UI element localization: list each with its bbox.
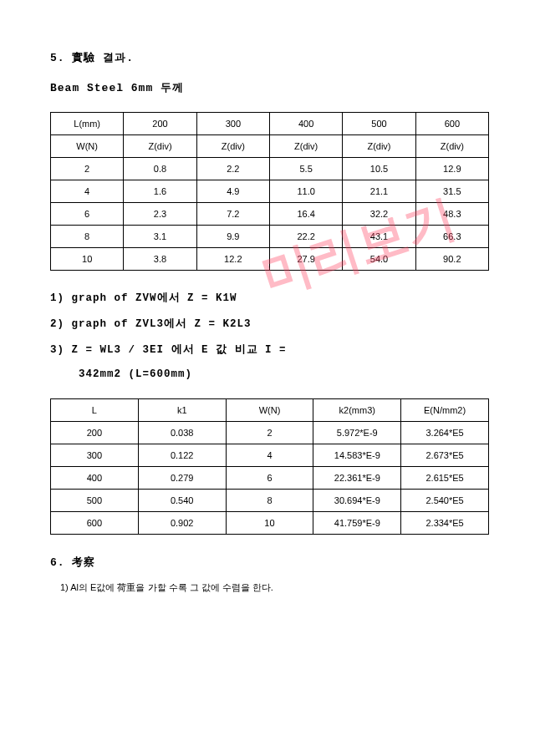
cell: 48.3 [415,203,488,226]
cell: 21.1 [343,180,415,203]
table-row: 62.37.216.432.248.3 [51,203,489,226]
cell: 500 [343,113,415,135]
cell: 300 [196,113,269,135]
table-beam-deflection: L(mm) 200 300 400 500 600 W(N) Z(div) Z(… [50,112,489,271]
table-modulus: L k1 W(N) k2(mm3) E(N/mm2) 2000.03825.97… [50,398,489,535]
table-row: 83.19.922.243.166.3 [51,226,489,248]
cell: 600 [51,512,139,535]
cell: 10 [51,248,124,271]
cell: 5.972*E-9 [313,422,401,444]
cell: 2.673*E5 [401,444,489,467]
list-item-2: 2) graph of ZVL3에서 Z = K2L3 [50,317,489,331]
cell: k2(mm3) [313,399,401,422]
cell: 2.615*E5 [401,467,489,490]
cell: 4 [226,444,313,467]
cell: 31.5 [415,180,488,203]
cell: 6 [226,467,313,490]
cell: W(N) [51,135,124,158]
table-row: 4000.279622.361*E-92.615*E5 [51,467,489,490]
table-row: 5000.540830.694*E-92.540*E5 [51,490,489,512]
cell: 4 [51,180,124,203]
list-item-3: 3) Z = WL3 / 3EI 에서 E 값 비교 I = [50,342,489,357]
table-header-row: W(N) Z(div) Z(div) Z(div) Z(div) Z(div) [51,135,489,158]
cell: 500 [51,490,139,512]
cell: 8 [226,490,313,512]
cell: Z(div) [343,135,415,158]
cell: 2.334*E5 [401,512,489,535]
cell: 43.1 [343,226,415,248]
table-row: 103.812.227.954.090.2 [51,248,489,271]
cell: 400 [51,467,139,490]
table-row: 20.82.25.510.512.9 [51,158,489,180]
cell: 7.2 [196,203,269,226]
beam-subtitle: Beam Steel 6mm 두께 [50,80,489,95]
section-6-title: 6. 考察 [50,555,489,570]
cell: E(N/mm2) [401,399,489,422]
cell: 16.4 [269,203,342,226]
cell: 0.038 [138,422,226,444]
cell: 41.759*E-9 [313,512,401,535]
cell: 10 [226,512,313,535]
cell: 2.2 [196,158,269,180]
list-item-1: 1) graph of ZVW에서 Z = K1W [50,291,489,305]
cell: Z(div) [269,135,342,158]
cell: 9.9 [196,226,269,248]
cell: 400 [269,113,342,135]
cell: 2.540*E5 [401,490,489,512]
table-header-row: L k1 W(N) k2(mm3) E(N/mm2) [51,399,489,422]
cell: 90.2 [415,248,488,271]
table-row: 41.64.911.021.131.5 [51,180,489,203]
cell: 27.9 [269,248,342,271]
cell: Z(div) [196,135,269,158]
table-header-row: L(mm) 200 300 400 500 600 [51,113,489,135]
cell: 3.8 [124,248,196,271]
cell: 0.122 [138,444,226,467]
cell: 66.3 [415,226,488,248]
cell: 22.2 [269,226,342,248]
table-row: 3000.122414.583*E-92.673*E5 [51,444,489,467]
cell: W(N) [226,399,313,422]
cell: 22.361*E-9 [313,467,401,490]
cell: 0.279 [138,467,226,490]
note-1: 1) Al의 E값에 荷重을 가할 수록 그 값에 수렴을 한다. [60,581,489,594]
cell: 4.9 [196,180,269,203]
cell: 300 [51,444,139,467]
cell: 12.9 [415,158,488,180]
cell: 11.0 [269,180,342,203]
cell: 1.6 [124,180,196,203]
cell: 200 [124,113,196,135]
cell: L(mm) [51,113,124,135]
section-5-title: 5. 實驗 결과. [50,50,489,65]
cell: 10.5 [343,158,415,180]
cell: 5.5 [269,158,342,180]
cell: 2.3 [124,203,196,226]
cell: 0.540 [138,490,226,512]
cell: 32.2 [343,203,415,226]
cell: 8 [51,226,124,248]
table-row: 6000.9021041.759*E-92.334*E5 [51,512,489,535]
table-row: 2000.03825.972*E-93.264*E5 [51,422,489,444]
list-item-3b: 342mm2 (L=600mm) [79,368,489,380]
cell: 200 [51,422,139,444]
cell: 600 [415,113,488,135]
cell: 6 [51,203,124,226]
cell: Z(div) [124,135,196,158]
cell: 3.264*E5 [401,422,489,444]
cell: 0.902 [138,512,226,535]
cell: 14.583*E-9 [313,444,401,467]
cell: 12.2 [196,248,269,271]
cell: L [51,399,139,422]
cell: 2 [51,158,124,180]
cell: 30.694*E-9 [313,490,401,512]
cell: 3.1 [124,226,196,248]
cell: 0.8 [124,158,196,180]
cell: Z(div) [415,135,488,158]
cell: 54.0 [343,248,415,271]
cell: k1 [138,399,226,422]
cell: 2 [226,422,313,444]
